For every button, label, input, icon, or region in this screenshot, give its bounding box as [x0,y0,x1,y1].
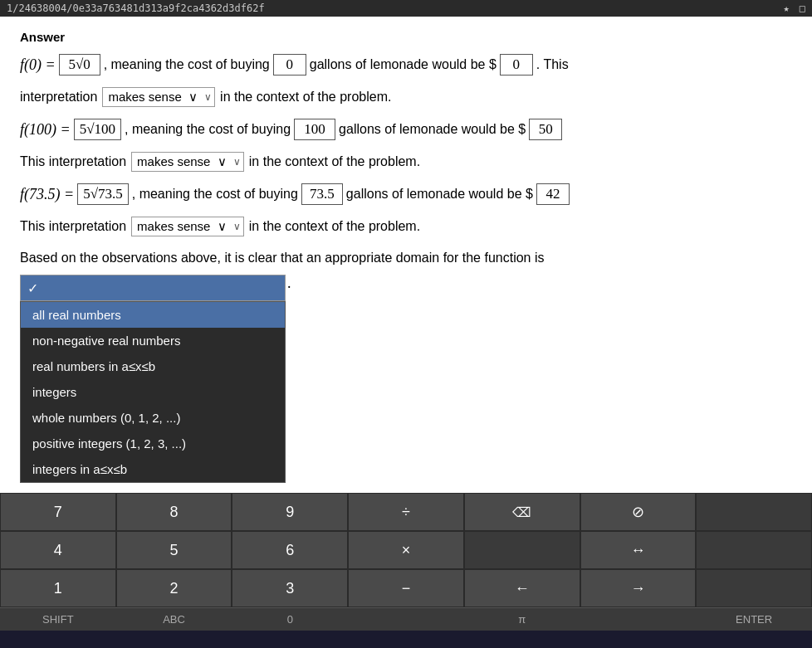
f73-value-box[interactable]: 73.5 [301,183,343,205]
calc-label-row: SHIFT ABC 0 π ENTER [0,607,812,631]
answer-label: Answer [20,30,792,44]
domain-option-6-label: integers in a≤x≤b [32,462,127,476]
f73-text2: gallons of lemonade would be $ [346,187,533,202]
interp3-text1: This interpretation [20,219,126,234]
domain-selected-box[interactable]: ✓ [20,275,286,301]
calc-btn-multiply[interactable]: × [348,531,464,569]
f100-value-box[interactable]: 100 [294,119,335,140]
calc-btn-4[interactable]: 4 [0,531,116,569]
makes-sense-dropdown1[interactable]: makes sense ∨ [102,87,215,107]
calc-label-shift[interactable]: SHIFT [0,607,116,631]
calc-btn-right[interactable]: → [580,569,697,607]
domain-option-4[interactable]: whole numbers (0, 1, 2, ...) [21,405,285,431]
domain-option-6[interactable]: integers in a≤x≤b [21,456,285,482]
star-icon[interactable]: ★ [784,2,790,14]
f0-line: f(0) = 5√0 , meaning the cost of buying … [20,54,792,76]
domain-option-1-label: non-negative real numbers [32,334,180,348]
calc-btn-6[interactable]: 6 [232,531,348,569]
calc-label-empty [348,607,464,631]
f100-text1: , meaning the cost of buying [125,122,291,137]
domain-option-0[interactable]: all real numbers [21,302,285,328]
f100-dollar-box[interactable]: 50 [529,119,562,140]
calculator-area: 7 8 9 ÷ ⌫ ⊘ 4 5 6 × ↔ 1 2 3 − ← → [0,493,812,631]
window-icon[interactable]: □ [800,2,805,14]
f0-value-box[interactable]: 0 [273,54,306,76]
f0-this: . This [536,57,569,72]
domain-option-0-label: all real numbers [32,308,121,322]
makes-sense-dropdown2[interactable]: makes sense ∨ [131,152,244,172]
interp2-text1: This interpretation [20,154,126,169]
makes-sense-label1[interactable]: makes sense ∨ [102,87,215,107]
domain-option-2[interactable]: real numbers in a≤x≤b [21,353,285,379]
calc-row2: 4 5 6 × ↔ [0,531,812,569]
domain-option-5-label: positive integers (1, 2, 3, ...) [32,436,186,451]
content-area: Answer f(0) = 5√0 , meaning the cost of … [0,17,812,631]
f0-formula-box[interactable]: 5√0 [59,54,100,76]
calc-btn-7[interactable]: 7 [0,493,116,531]
f0-text2: gallons of lemonade would be $ [310,57,496,72]
f100-text2: gallons of lemonade would be $ [339,122,526,137]
domain-option-3[interactable]: integers [21,379,285,405]
calc-label-abc[interactable]: ABC [116,607,232,631]
f0-prefix: f(0) = [20,56,56,74]
f73-prefix: f(73.5) = [20,186,74,203]
calc-btn-clear[interactable]: ⊘ [580,493,697,531]
domain-option-4-label: whole numbers (0, 1, 2, ...) [32,411,180,425]
calc-btn-3[interactable]: 3 [232,569,348,607]
calc-btn-swap[interactable]: ↔ [580,531,697,569]
calc-btn-minus[interactable]: − [348,569,464,607]
calc-label-0[interactable]: 0 [232,607,348,631]
f73-line: f(73.5) = 5√73.5 , meaning the cost of b… [20,183,792,205]
period-text: . [287,275,291,292]
calc-btn-empty4 [696,569,812,607]
f73-text1: , meaning the cost of buying [132,187,298,202]
domain-option-5[interactable]: positive integers (1, 2, 3, ...) [21,431,285,456]
f73-formula-box[interactable]: 5√73.5 [77,183,129,205]
makes-sense-dropdown3[interactable]: makes sense ∨ [131,217,244,236]
url-text: 1/24638004/0e33a763481d313a9f2ca4362d3df… [7,2,265,14]
domain-option-1[interactable]: non-negative real numbers [21,328,285,353]
f100-prefix: f(100) = [20,121,71,139]
calc-btn-divide[interactable]: ÷ [348,493,464,531]
interpretation-line2: This interpretation makes sense ∨ in the… [20,152,792,172]
makes-sense-label3[interactable]: makes sense ∨ [131,217,244,236]
makes-sense-label2[interactable]: makes sense ∨ [131,152,244,172]
f0-text1: , meaning the cost of buying [104,57,270,72]
calc-row3: 1 2 3 − ← → [0,569,812,607]
calc-btn-backspace[interactable]: ⌫ [464,493,580,531]
calc-btn-8[interactable]: 8 [116,493,232,531]
domain-section: ✓ all real numbers non-negative real num… [20,275,792,301]
calc-btn-9[interactable]: 9 [232,493,348,531]
interpretation-line1: interpretation makes sense ∨ in the cont… [20,87,792,107]
domain-dropdown-container: ✓ all real numbers non-negative real num… [20,275,286,301]
interp2-text2: in the context of the problem. [249,154,420,169]
browser-icons: ★ □ [784,2,805,14]
f100-formula-box[interactable]: 5√100 [74,119,121,140]
calc-btn-2[interactable]: 2 [116,569,232,607]
interp1-text1: interpretation [20,90,97,105]
top-bar: 1/24638004/0e33a763481d313a9f2ca4362d3df… [0,0,812,17]
calc-label-empty2 [580,607,697,631]
f0-dollar-box[interactable]: 0 [500,54,533,76]
interp3-text2: in the context of the problem. [249,219,420,234]
calc-btn-1[interactable]: 1 [0,569,116,607]
interp1-text2: in the context of the problem. [220,90,391,105]
observations-text: Based on the observations above, it is c… [20,248,792,268]
calc-row1: 7 8 9 ÷ ⌫ ⊘ [0,493,812,531]
interpretation-line3: This interpretation makes sense ∨ in the… [20,217,792,236]
f100-line: f(100) = 5√100 , meaning the cost of buy… [20,119,792,140]
f73-dollar-box[interactable]: 42 [536,183,570,205]
calc-label-pi[interactable]: π [464,607,580,631]
domain-option-3-label: integers [32,385,76,399]
calc-btn-empty3 [696,531,812,569]
check-icon: ✓ [27,280,38,296]
calc-btn-empty1 [696,493,812,531]
domain-dropdown-menu: all real numbers non-negative real numbe… [20,301,286,483]
calc-btn-empty2 [464,531,580,569]
domain-option-2-label: real numbers in a≤x≤b [32,359,155,373]
calc-btn-5[interactable]: 5 [116,531,232,569]
calc-btn-left[interactable]: ← [464,569,580,607]
calc-label-enter[interactable]: ENTER [696,607,812,631]
